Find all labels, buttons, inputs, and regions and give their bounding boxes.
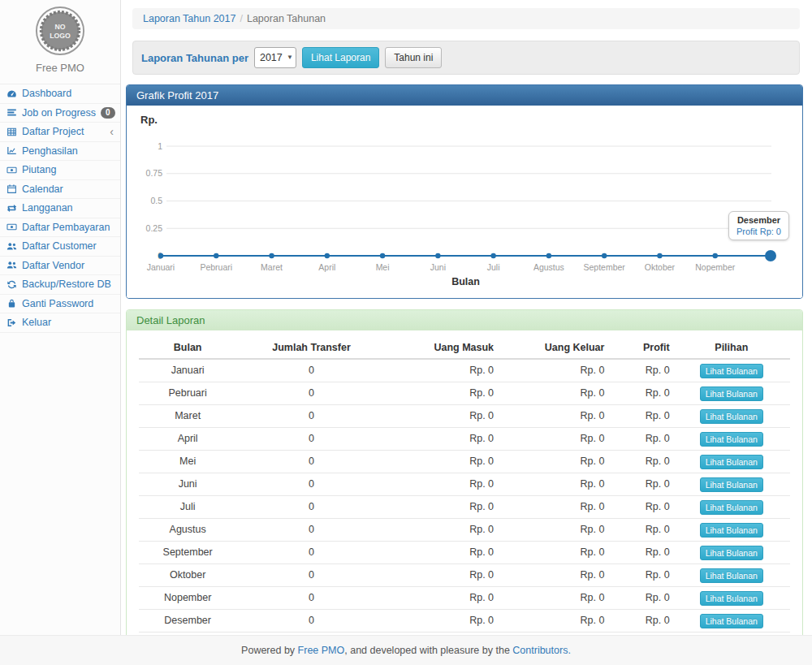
cell-profit: Rp. 0 (607, 428, 672, 451)
sidebar-item-keluar[interactable]: Keluar (0, 313, 120, 333)
sidebar-item-daftar-vendor[interactable]: Daftar Vendor (0, 257, 120, 276)
cell-uang-keluar: Rp. 0 (497, 405, 607, 428)
current-year-button[interactable]: Tahun ini (385, 47, 442, 68)
filter-label: Laporan Tahunan per (141, 52, 248, 64)
svg-text:LOGO: LOGO (50, 32, 71, 40)
line-chart-icon (6, 145, 17, 156)
detail-table-body: BulanJumlah TransferUang MasukUang Kelua… (127, 330, 802, 662)
data-point-desember[interactable] (765, 250, 776, 261)
cell-uang-masuk: Rp. 0 (387, 610, 497, 633)
data-point-juli[interactable] (490, 253, 495, 258)
cell-bulan: Agustus (139, 519, 236, 542)
detail-report-panel: Detail Laporan BulanJumlah TransferUang … (126, 309, 803, 663)
cell-uang-keluar: Rp. 0 (497, 496, 607, 519)
cell-uang-masuk: Rp. 0 (387, 428, 497, 451)
cell-uang-keluar: Rp. 0 (497, 542, 607, 564)
cell-uang-keluar: Rp. 0 (497, 451, 607, 473)
cell-bulan: Juli (139, 496, 236, 519)
sidebar-item-label: Daftar Project (22, 126, 84, 137)
cell-pilihan: Lihat Bulanan (673, 359, 790, 382)
table-row-nopember: Nopember0Rp. 0Rp. 0Rp. 0Lihat Bulanan (139, 587, 790, 610)
cell-pilihan: Lihat Bulanan (673, 382, 790, 405)
cell-jumlah-transfer: 0 (236, 496, 386, 519)
sidebar-item-daftar-customer[interactable]: Daftar Customer (0, 237, 120, 257)
breadcrumb-separator: / (240, 13, 242, 24)
data-point-agustus[interactable] (546, 253, 551, 258)
cell-pilihan: Lihat Bulanan (673, 542, 790, 564)
data-point-oktober[interactable] (657, 253, 662, 258)
view-monthly-button-desember[interactable]: Lihat Bulanan (700, 614, 763, 628)
view-monthly-button-nopember[interactable]: Lihat Bulanan (700, 591, 763, 606)
sidebar-item-label: Daftar Pembayaran (22, 222, 110, 233)
view-monthly-button-januari[interactable]: Lihat Bulanan (700, 364, 763, 378)
sign-out-icon (6, 317, 17, 328)
sidebar-item-label: Calendar (22, 184, 63, 195)
data-point-maret[interactable] (269, 253, 274, 258)
sidebar-item-dashboard[interactable]: Dashboard (0, 84, 120, 104)
cell-jumlah-transfer: 0 (236, 359, 386, 382)
column-header-pilihan: Pilihan (673, 337, 790, 359)
view-monthly-button-mei[interactable]: Lihat Bulanan (700, 455, 763, 469)
chart-body: Rp.00.250.50.751JanuariPebruariMaretApri… (127, 106, 802, 298)
view-monthly-button-pebruari[interactable]: Lihat Bulanan (700, 386, 763, 401)
cell-profit: Rp. 0 (607, 564, 672, 587)
cell-profit: Rp. 0 (607, 519, 672, 542)
sidebar-item-ganti-password[interactable]: Ganti Password (0, 295, 120, 314)
table-icon (6, 127, 17, 137)
y-tick-label: 1 (158, 141, 162, 151)
sidebar-item-job-on-progress[interactable]: Job on Progress0 (0, 104, 120, 123)
cell-pilihan: Lihat Bulanan (673, 564, 790, 587)
data-point-juni[interactable] (435, 253, 440, 258)
table-header-row: BulanJumlah TransferUang MasukUang Kelua… (139, 337, 790, 359)
view-monthly-button-april[interactable]: Lihat Bulanan (700, 432, 763, 447)
sidebar-item-piutang[interactable]: Piutang (0, 161, 120, 180)
cell-uang-keluar: Rp. 0 (497, 519, 607, 542)
cell-uang-keluar: Rp. 0 (497, 610, 607, 633)
view-monthly-button-juni[interactable]: Lihat Bulanan (700, 477, 763, 492)
cell-bulan: Maret (139, 405, 236, 428)
footer-link-freepmo[interactable]: Free PMO (298, 645, 345, 656)
chevron-left-icon: ‹ (110, 127, 114, 136)
data-point-mei[interactable] (380, 253, 385, 258)
data-point-april[interactable] (325, 253, 330, 258)
cell-jumlah-transfer: 0 (236, 428, 386, 451)
sidebar-item-daftar-pembayaran[interactable]: Daftar Pembayaran (0, 218, 120, 238)
year-select[interactable]: 2017 (254, 47, 296, 68)
footer: Powered by Free PMO, and developed with … (0, 635, 812, 665)
tooltip-value: Profit Rp: 0 (736, 227, 781, 236)
table-row-september: September0Rp. 0Rp. 0Rp. 0Lihat Bulanan (139, 542, 790, 564)
view-monthly-button-maret[interactable]: Lihat Bulanan (700, 409, 763, 424)
breadcrumb-link-year-report[interactable]: Laporan Tahun 2017 (143, 13, 235, 24)
sidebar-item-label: Piutang (22, 164, 56, 175)
data-point-nopember[interactable] (713, 253, 718, 258)
footer-text-prefix: Powered by (241, 645, 297, 656)
sidebar-item-langganan[interactable]: Langganan (0, 199, 120, 218)
sidebar-item-penghasilan[interactable]: Penghasilan (0, 142, 120, 162)
cell-uang-keluar: Rp. 0 (497, 564, 607, 587)
cell-jumlah-transfer: 0 (236, 610, 386, 633)
sidebar-item-backup-restore-db[interactable]: Backup/Restore DB (0, 275, 120, 295)
data-point-januari[interactable] (158, 253, 163, 258)
sidebar-item-calendar[interactable]: Calendar (0, 180, 120, 200)
cell-uang-keluar: Rp. 0 (497, 587, 607, 610)
view-monthly-button-juli[interactable]: Lihat Bulanan (700, 500, 763, 515)
cell-profit: Rp. 0 (607, 587, 672, 610)
view-monthly-button-oktober[interactable]: Lihat Bulanan (700, 568, 763, 583)
dashboard-icon (6, 89, 17, 99)
cell-jumlah-transfer: 0 (236, 451, 386, 473)
sidebar-item-label: Keluar (22, 317, 51, 328)
view-monthly-button-agustus[interactable]: Lihat Bulanan (700, 523, 763, 538)
count-badge: 0 (101, 107, 115, 119)
x-tick-label: Mei (376, 262, 390, 272)
view-monthly-button-september[interactable]: Lihat Bulanan (700, 546, 763, 560)
y-tick-label: 0.25 (146, 223, 163, 233)
cell-bulan: Nopember (139, 587, 236, 610)
data-point-pebruari[interactable] (214, 253, 218, 258)
sidebar-item-daftar-project[interactable]: Daftar Project‹ (0, 123, 120, 142)
footer-link-contributors[interactable]: Contributors. (512, 645, 571, 656)
cell-uang-masuk: Rp. 0 (387, 382, 497, 405)
view-report-button[interactable]: Lihat Laporan (302, 47, 379, 68)
data-point-september[interactable] (602, 253, 607, 258)
cell-profit: Rp. 0 (607, 359, 672, 382)
x-tick-label: September (583, 262, 625, 272)
